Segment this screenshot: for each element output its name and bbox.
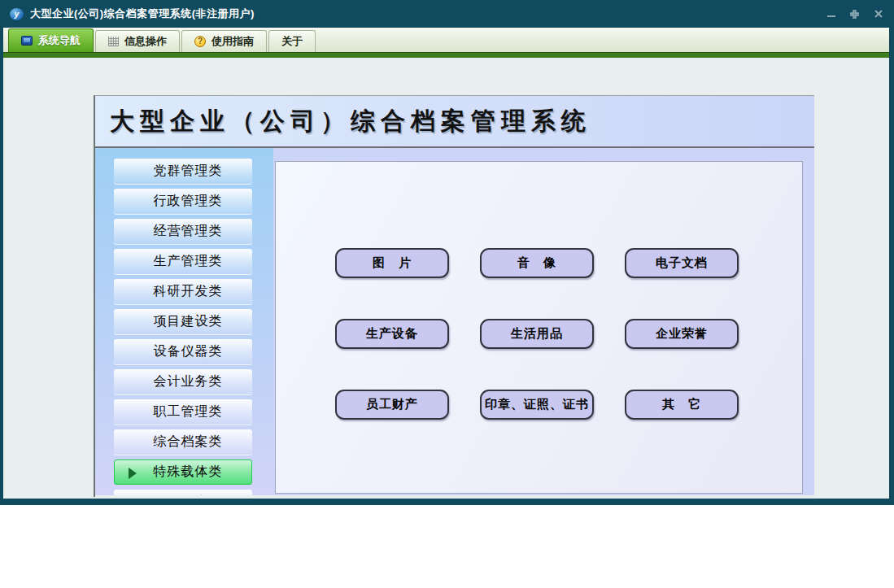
sidebar-item-project[interactable]: 项目建设类 [114,309,252,334]
sidebar-item-staff[interactable]: 职工管理类 [114,399,252,425]
category-panel: 图 片 音 像 电子文档 生产设备 生活用品 企业荣誉 员工财产 印章、证照、证… [275,161,803,494]
sidebar-item-administration[interactable]: 行政管理类 [114,189,252,214]
sidebar-item-business[interactable]: 经营管理类 [114,219,252,244]
tab-label: 使用指南 [212,34,254,49]
category-button-pictures[interactable]: 图 片 [335,248,449,278]
monitor-icon [21,36,33,46]
desktop: y 大型企业(公司)综合档案管理系统(非注册用户) [0,0,894,588]
tab-info-operations[interactable]: 信息操作 [95,30,180,52]
window-controls [825,8,884,20]
banner: 大型企业（公司）综合档案管理系统 [95,96,814,148]
category-button-production-equipment[interactable]: 生产设备 [335,319,449,349]
tab-about[interactable]: 关于 [268,30,316,52]
close-button[interactable] [872,8,884,20]
restore-icon [849,9,860,20]
category-button-enterprise-honors[interactable]: 企业荣誉 [625,319,739,349]
green-divider-bar [3,52,889,58]
page-title: 大型企业（公司）综合档案管理系统 [110,105,591,138]
tab-label: 信息操作 [124,34,167,49]
category-button-seals-licenses-certificates[interactable]: 印章、证照、证书 [480,390,594,420]
tab-system-navigation[interactable]: 系统导航 [8,28,94,52]
restore-button[interactable] [848,8,861,20]
sidebar-item-compilation[interactable]: 编研类 [114,490,252,495]
tab-label: 关于 [281,34,303,49]
title-bar: y 大型企业(公司)综合档案管理系统(非注册用户) [0,0,894,28]
main-area: 图 片 音 像 电子文档 生产设备 生活用品 企业荣誉 员工财产 印章、证照、证… [273,148,814,495]
grid-icon [108,37,119,46]
sidebar-item-party-group[interactable]: 党群管理类 [114,159,252,184]
app-logo-icon: y [10,8,24,20]
green-arrow-right-icon [129,468,137,479]
tab-user-guide[interactable]: ? 使用指南 [181,30,267,52]
window-title: 大型企业(公司)综合档案管理系统(非注册用户) [30,7,255,21]
category-button-e-documents[interactable]: 电子文档 [625,248,739,278]
category-button-other[interactable]: 其 它 [625,390,739,420]
sidebar-item-special-media[interactable]: 特殊载体类 [114,460,252,485]
category-button-daily-supplies[interactable]: 生活用品 [480,319,594,349]
sidebar-item-accounting[interactable]: 会计业务类 [114,369,252,394]
app-window: y 大型企业(公司)综合档案管理系统(非注册用户) [0,0,894,505]
sidebar-item-equipment[interactable]: 设备仪器类 [114,339,252,364]
help-coin-icon: ? [194,36,206,47]
window-content: 大型企业（公司）综合档案管理系统 党群管理类 行政管理类 经营管理类 生产管理类… [3,58,889,499]
category-button-grid: 图 片 音 像 电子文档 生产设备 生活用品 企业荣誉 员工财产 印章、证照、证… [276,162,802,420]
category-button-employee-property[interactable]: 员工财产 [335,390,449,420]
sidebar-item-label: 特殊载体类 [154,464,223,481]
page-body: 党群管理类 行政管理类 经营管理类 生产管理类 科研开发类 项目建设类 设备仪器… [95,148,814,495]
minimize-icon [826,9,836,19]
close-icon [874,9,883,19]
sidebar-item-comprehensive[interactable]: 综合档案类 [114,429,252,455]
navigation-page: 大型企业（公司）综合档案管理系统 党群管理类 行政管理类 经营管理类 生产管理类… [94,95,814,497]
minimize-button[interactable] [825,8,837,20]
sidebar-item-research[interactable]: 科研开发类 [114,279,252,304]
tab-label: 系统导航 [38,33,81,48]
category-sidebar: 党群管理类 行政管理类 经营管理类 生产管理类 科研开发类 项目建设类 设备仪器… [95,148,273,495]
sidebar-item-production[interactable]: 生产管理类 [114,249,252,274]
tab-bar: 系统导航 信息操作 ? 使用指南 关于 [3,28,889,52]
category-button-audio-video[interactable]: 音 像 [480,248,594,278]
